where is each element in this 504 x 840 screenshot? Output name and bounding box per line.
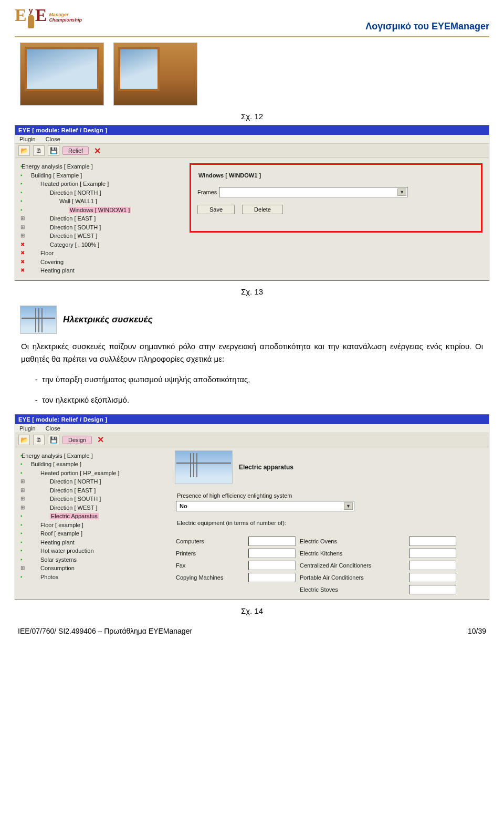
equip-input-central-ac[interactable]: [409, 561, 456, 570]
figure-14-caption: Σχ. 14: [15, 606, 489, 615]
app-relief-window: EYE [ module: Relief / Design ] Plugin C…: [15, 125, 489, 281]
highlight-box: Windows [ WINDOW1 ] Frames Save Delete: [190, 163, 482, 233]
equip-input-copiers[interactable]: [248, 573, 296, 582]
presence-value: No: [180, 503, 187, 509]
tree-node[interactable]: Direction [ SOUTH ]: [19, 495, 171, 503]
titlebar: EYE [ module: Relief / Design ]: [15, 415, 489, 424]
new-icon[interactable]: [33, 435, 45, 445]
menubar: Plugin Close: [15, 424, 489, 433]
equip-label: Computers: [176, 538, 244, 544]
section-heading-row: Ηλεκτρικές συσκευές: [15, 306, 489, 334]
tree-node[interactable]: Photos: [19, 573, 171, 582]
tree-node[interactable]: Energy analysis [ Example ]: [19, 162, 181, 171]
tree-node[interactable]: Heating plant: [19, 266, 181, 275]
tree-node-selected[interactable]: Electric Apparatus: [19, 512, 171, 521]
tree-node[interactable]: Direction [ EAST ]: [19, 486, 171, 495]
logo: E y E Manager Championship: [15, 6, 82, 28]
save-icon[interactable]: [48, 145, 59, 156]
photo-window-cutaway: [113, 43, 197, 106]
save-button[interactable]: Save: [197, 205, 235, 214]
panel-heading: Electric apparatus: [239, 464, 293, 471]
tree-node[interactable]: Hot water production: [19, 547, 171, 555]
photo-window-closed: [20, 43, 104, 106]
bullet-item: τον ηλεκτρικό εξοπλισμό.: [42, 394, 483, 407]
equip-input-kitchens[interactable]: [409, 549, 456, 558]
logo-sub-championship: Championship: [49, 18, 82, 23]
tab-relief[interactable]: Relief: [62, 146, 89, 155]
figure-12-caption: Σχ. 12: [15, 112, 489, 121]
app-design-window: EYE [ module: Relief / Design ] Plugin C…: [15, 414, 489, 600]
section-title: Ηλεκτρικές συσκευές: [63, 314, 153, 325]
figure-13-caption: Σχ. 13: [15, 287, 489, 296]
equip-label: Printers: [176, 550, 244, 556]
tree-node[interactable]: Building [ example ]: [19, 460, 171, 469]
equipment-grid: Computers Electric Ovens Printers Electr…: [173, 534, 489, 600]
equip-label: Electric Stoves: [300, 586, 405, 593]
tree-node[interactable]: Direction [ NORTH ]: [19, 188, 181, 197]
equip-input-printers[interactable]: [248, 549, 296, 558]
footer-right: 10/39: [468, 627, 486, 635]
equip-label: Copying Machines: [176, 574, 244, 581]
accent-rule: [15, 36, 489, 37]
tree-node[interactable]: Building [ Example ]: [19, 171, 181, 180]
tree-node-selected[interactable]: Windows [ WINDOW1 ]: [19, 206, 181, 215]
equip-label: Centralized Air Conditioners: [300, 562, 405, 569]
page-header: E y E Manager Championship Λογισμικό του…: [15, 0, 489, 36]
tab-design[interactable]: Design: [62, 436, 92, 444]
new-icon[interactable]: [33, 145, 45, 156]
tree-node[interactable]: Category [ , 100% ]: [19, 240, 181, 249]
close-icon[interactable]: ✕: [92, 146, 103, 156]
pylon-thumbnail: [175, 450, 233, 484]
frames-label: Frames: [197, 189, 217, 195]
tree-node[interactable]: Solar systems: [19, 555, 171, 564]
close-icon[interactable]: ✕: [95, 435, 106, 445]
tree-node[interactable]: Roof [ example ]: [19, 529, 171, 538]
menu-plugin[interactable]: Plugin: [19, 425, 36, 432]
tree-pane[interactable]: Energy analysis [ Example ] Building [ E…: [15, 158, 183, 280]
window-photos: [15, 43, 489, 106]
equip-input-ovens[interactable]: [409, 537, 456, 546]
tree-node[interactable]: Heated portion [ HP_example ]: [19, 469, 171, 478]
equip-input-fax[interactable]: [248, 561, 296, 570]
equip-label: Electric Kitchens: [300, 550, 405, 556]
tree-node[interactable]: Direction [ WEST ]: [19, 503, 171, 512]
tree-node[interactable]: Floor: [19, 249, 181, 258]
equip-input-computers[interactable]: [248, 537, 296, 546]
tree-node[interactable]: Consumption: [19, 564, 171, 573]
body-text: Οι ηλεκτρικές συσκευές παίζουν σημαντικό…: [15, 340, 489, 407]
tree-node[interactable]: Covering: [19, 258, 181, 267]
tree-node[interactable]: Floor [ example ]: [19, 521, 171, 530]
tree-node[interactable]: Direction [ SOUTH ]: [19, 223, 181, 232]
presence-caption: Presence of high efficiency enlighting s…: [177, 492, 486, 499]
form-pane: Windows [ WINDOW1 ] Frames Save Delete: [183, 158, 489, 280]
tree-node[interactable]: Direction [ NORTH ]: [19, 477, 171, 486]
pylon-thumbnail: [20, 306, 57, 334]
open-icon[interactable]: [18, 145, 30, 156]
save-icon[interactable]: [48, 435, 59, 445]
tree-node[interactable]: Heated portion [ Example ]: [19, 180, 181, 188]
open-icon[interactable]: [18, 435, 30, 445]
tree-pane[interactable]: Energy analysis [ Example ] Building [ e…: [15, 447, 173, 600]
tree-node[interactable]: Energy analysis [ Example ]: [19, 452, 171, 460]
equip-input-stoves[interactable]: [409, 585, 456, 594]
menu-close[interactable]: Close: [46, 425, 60, 432]
bullet-item: την ύπαρξη συστήματος φωτισμού υψηλής απ…: [42, 373, 483, 386]
delete-button[interactable]: Delete: [242, 205, 283, 214]
tree-node[interactable]: Direction [ WEST ]: [19, 232, 181, 240]
tree-node[interactable]: Heating plant: [19, 538, 171, 547]
menu-plugin[interactable]: Plugin: [19, 136, 36, 142]
frames-dropdown[interactable]: [219, 187, 408, 197]
menu-close[interactable]: Close: [46, 136, 60, 142]
tree-node[interactable]: Wall [ WALL1 ]: [19, 197, 181, 206]
page-footer: IEE/07/760/ SI2.499406 – Πρωτάθλημα EYEM…: [15, 627, 489, 635]
equip-label: Electric Ovens: [300, 538, 405, 544]
presence-dropdown[interactable]: No: [176, 501, 354, 511]
titlebar: EYE [ module: Relief / Design ]: [15, 125, 489, 135]
equip-input-portable-ac[interactable]: [409, 573, 456, 582]
equipment-caption: Electric equipment (in terms of number o…: [177, 520, 486, 526]
footer-left: IEE/07/760/ SI2.499406 – Πρωτάθλημα EYEM…: [18, 627, 192, 635]
tree-node[interactable]: Direction [ EAST ]: [19, 214, 181, 223]
toolbar: Design ✕: [15, 433, 489, 447]
intro-paragraph: Οι ηλεκτρικές συσκευές παίζουν σημαντικό…: [21, 340, 483, 366]
form-pane: Electric apparatus Presence of high effi…: [173, 447, 489, 600]
